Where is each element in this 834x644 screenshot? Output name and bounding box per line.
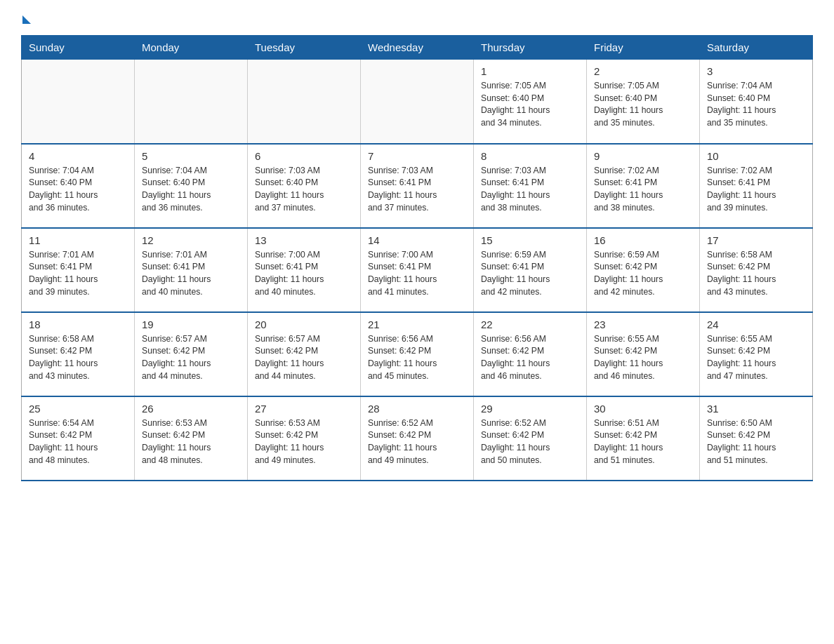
day-info: Sunrise: 6:54 AMSunset: 6:42 PMDaylight:… bbox=[29, 417, 127, 467]
day-number: 12 bbox=[142, 234, 240, 246]
weekday-header-thursday: Thursday bbox=[474, 36, 587, 60]
day-info: Sunrise: 6:51 AMSunset: 6:42 PMDaylight:… bbox=[594, 417, 692, 467]
day-number: 10 bbox=[707, 150, 805, 162]
calendar-cell: 21Sunrise: 6:56 AMSunset: 6:42 PMDayligh… bbox=[361, 312, 474, 396]
calendar-cell: 13Sunrise: 7:00 AMSunset: 6:41 PMDayligh… bbox=[248, 228, 361, 312]
calendar-cell: 22Sunrise: 6:56 AMSunset: 6:42 PMDayligh… bbox=[474, 312, 587, 396]
day-number: 1 bbox=[481, 65, 579, 77]
calendar-body: 1Sunrise: 7:05 AMSunset: 6:40 PMDaylight… bbox=[22, 60, 813, 481]
day-number: 5 bbox=[142, 150, 240, 162]
calendar-week-4: 18Sunrise: 6:58 AMSunset: 6:42 PMDayligh… bbox=[22, 312, 813, 396]
calendar-cell: 15Sunrise: 6:59 AMSunset: 6:41 PMDayligh… bbox=[474, 228, 587, 312]
day-info: Sunrise: 6:56 AMSunset: 6:42 PMDaylight:… bbox=[368, 333, 466, 383]
day-number: 8 bbox=[481, 150, 579, 162]
calendar-cell: 3Sunrise: 7:04 AMSunset: 6:40 PMDaylight… bbox=[700, 60, 813, 144]
day-info: Sunrise: 6:56 AMSunset: 6:42 PMDaylight:… bbox=[481, 333, 579, 383]
day-info: Sunrise: 7:02 AMSunset: 6:41 PMDaylight:… bbox=[707, 165, 805, 215]
calendar-cell: 27Sunrise: 6:53 AMSunset: 6:42 PMDayligh… bbox=[248, 396, 361, 481]
day-number: 3 bbox=[707, 65, 805, 77]
day-info: Sunrise: 6:52 AMSunset: 6:42 PMDaylight:… bbox=[368, 417, 466, 467]
day-number: 4 bbox=[29, 150, 127, 162]
calendar-cell: 14Sunrise: 7:00 AMSunset: 6:41 PMDayligh… bbox=[361, 228, 474, 312]
day-info: Sunrise: 7:00 AMSunset: 6:41 PMDaylight:… bbox=[368, 249, 466, 299]
calendar-cell: 31Sunrise: 6:50 AMSunset: 6:42 PMDayligh… bbox=[700, 396, 813, 481]
day-info: Sunrise: 6:58 AMSunset: 6:42 PMDaylight:… bbox=[707, 249, 805, 299]
day-info: Sunrise: 6:50 AMSunset: 6:42 PMDaylight:… bbox=[707, 417, 805, 467]
weekday-header-sunday: Sunday bbox=[22, 36, 135, 60]
day-info: Sunrise: 6:55 AMSunset: 6:42 PMDaylight:… bbox=[594, 333, 692, 383]
weekday-header-friday: Friday bbox=[587, 36, 700, 60]
day-number: 25 bbox=[29, 403, 127, 415]
calendar-cell: 23Sunrise: 6:55 AMSunset: 6:42 PMDayligh… bbox=[587, 312, 700, 396]
calendar-cell: 20Sunrise: 6:57 AMSunset: 6:42 PMDayligh… bbox=[248, 312, 361, 396]
day-info: Sunrise: 7:01 AMSunset: 6:41 PMDaylight:… bbox=[142, 249, 240, 299]
calendar-cell bbox=[22, 60, 135, 144]
calendar-cell: 12Sunrise: 7:01 AMSunset: 6:41 PMDayligh… bbox=[135, 228, 248, 312]
day-info: Sunrise: 7:05 AMSunset: 6:40 PMDaylight:… bbox=[481, 80, 579, 130]
day-info: Sunrise: 6:59 AMSunset: 6:41 PMDaylight:… bbox=[481, 249, 579, 299]
day-info: Sunrise: 7:03 AMSunset: 6:40 PMDaylight:… bbox=[255, 165, 353, 215]
calendar-cell: 16Sunrise: 6:59 AMSunset: 6:42 PMDayligh… bbox=[587, 228, 700, 312]
calendar-cell: 1Sunrise: 7:05 AMSunset: 6:40 PMDaylight… bbox=[474, 60, 587, 144]
day-number: 7 bbox=[368, 150, 466, 162]
calendar-cell bbox=[248, 60, 361, 144]
calendar-cell: 7Sunrise: 7:03 AMSunset: 6:41 PMDaylight… bbox=[361, 144, 474, 228]
day-number: 24 bbox=[707, 318, 805, 330]
weekday-header-row: SundayMondayTuesdayWednesdayThursdayFrid… bbox=[22, 36, 813, 60]
calendar-cell: 6Sunrise: 7:03 AMSunset: 6:40 PMDaylight… bbox=[248, 144, 361, 228]
calendar-week-1: 1Sunrise: 7:05 AMSunset: 6:40 PMDaylight… bbox=[22, 60, 813, 144]
day-number: 14 bbox=[368, 234, 466, 246]
day-number: 15 bbox=[481, 234, 579, 246]
day-info: Sunrise: 6:59 AMSunset: 6:42 PMDaylight:… bbox=[594, 249, 692, 299]
day-info: Sunrise: 6:53 AMSunset: 6:42 PMDaylight:… bbox=[255, 417, 353, 467]
day-number: 21 bbox=[368, 318, 466, 330]
day-number: 28 bbox=[368, 403, 466, 415]
logo-triangle-icon bbox=[22, 15, 31, 24]
calendar-week-5: 25Sunrise: 6:54 AMSunset: 6:42 PMDayligh… bbox=[22, 396, 813, 481]
day-number: 29 bbox=[481, 403, 579, 415]
day-info: Sunrise: 7:04 AMSunset: 6:40 PMDaylight:… bbox=[707, 80, 805, 130]
calendar-cell: 11Sunrise: 7:01 AMSunset: 6:41 PMDayligh… bbox=[22, 228, 135, 312]
day-number: 31 bbox=[707, 403, 805, 415]
day-info: Sunrise: 7:02 AMSunset: 6:41 PMDaylight:… bbox=[594, 165, 692, 215]
day-info: Sunrise: 7:03 AMSunset: 6:41 PMDaylight:… bbox=[481, 165, 579, 215]
day-number: 23 bbox=[594, 318, 692, 330]
day-number: 30 bbox=[594, 403, 692, 415]
day-info: Sunrise: 6:52 AMSunset: 6:42 PMDaylight:… bbox=[481, 417, 579, 467]
calendar-week-3: 11Sunrise: 7:01 AMSunset: 6:41 PMDayligh… bbox=[22, 228, 813, 312]
day-info: Sunrise: 7:04 AMSunset: 6:40 PMDaylight:… bbox=[29, 165, 127, 215]
day-number: 20 bbox=[255, 318, 353, 330]
calendar-cell: 5Sunrise: 7:04 AMSunset: 6:40 PMDaylight… bbox=[135, 144, 248, 228]
calendar-table: SundayMondayTuesdayWednesdayThursdayFrid… bbox=[21, 35, 813, 481]
weekday-header-tuesday: Tuesday bbox=[248, 36, 361, 60]
calendar-cell: 2Sunrise: 7:05 AMSunset: 6:40 PMDaylight… bbox=[587, 60, 700, 144]
calendar-cell: 18Sunrise: 6:58 AMSunset: 6:42 PMDayligh… bbox=[22, 312, 135, 396]
day-number: 22 bbox=[481, 318, 579, 330]
calendar-cell bbox=[361, 60, 474, 144]
calendar-header: SundayMondayTuesdayWednesdayThursdayFrid… bbox=[22, 36, 813, 60]
calendar-cell: 8Sunrise: 7:03 AMSunset: 6:41 PMDaylight… bbox=[474, 144, 587, 228]
day-info: Sunrise: 6:55 AMSunset: 6:42 PMDaylight:… bbox=[707, 333, 805, 383]
day-info: Sunrise: 7:00 AMSunset: 6:41 PMDaylight:… bbox=[255, 249, 353, 299]
day-number: 16 bbox=[594, 234, 692, 246]
day-number: 2 bbox=[594, 65, 692, 77]
day-info: Sunrise: 7:01 AMSunset: 6:41 PMDaylight:… bbox=[29, 249, 127, 299]
weekday-header-wednesday: Wednesday bbox=[361, 36, 474, 60]
day-info: Sunrise: 7:05 AMSunset: 6:40 PMDaylight:… bbox=[594, 80, 692, 130]
day-info: Sunrise: 6:58 AMSunset: 6:42 PMDaylight:… bbox=[29, 333, 127, 383]
day-number: 26 bbox=[142, 403, 240, 415]
page-header bbox=[21, 14, 813, 24]
calendar-cell: 28Sunrise: 6:52 AMSunset: 6:42 PMDayligh… bbox=[361, 396, 474, 481]
calendar-cell: 26Sunrise: 6:53 AMSunset: 6:42 PMDayligh… bbox=[135, 396, 248, 481]
calendar-cell: 10Sunrise: 7:02 AMSunset: 6:41 PMDayligh… bbox=[700, 144, 813, 228]
calendar-cell: 19Sunrise: 6:57 AMSunset: 6:42 PMDayligh… bbox=[135, 312, 248, 396]
day-number: 6 bbox=[255, 150, 353, 162]
calendar-week-2: 4Sunrise: 7:04 AMSunset: 6:40 PMDaylight… bbox=[22, 144, 813, 228]
day-number: 13 bbox=[255, 234, 353, 246]
day-number: 27 bbox=[255, 403, 353, 415]
calendar-cell: 29Sunrise: 6:52 AMSunset: 6:42 PMDayligh… bbox=[474, 396, 587, 481]
day-info: Sunrise: 7:03 AMSunset: 6:41 PMDaylight:… bbox=[368, 165, 466, 215]
weekday-header-saturday: Saturday bbox=[700, 36, 813, 60]
day-info: Sunrise: 6:57 AMSunset: 6:42 PMDaylight:… bbox=[142, 333, 240, 383]
calendar-cell: 25Sunrise: 6:54 AMSunset: 6:42 PMDayligh… bbox=[22, 396, 135, 481]
